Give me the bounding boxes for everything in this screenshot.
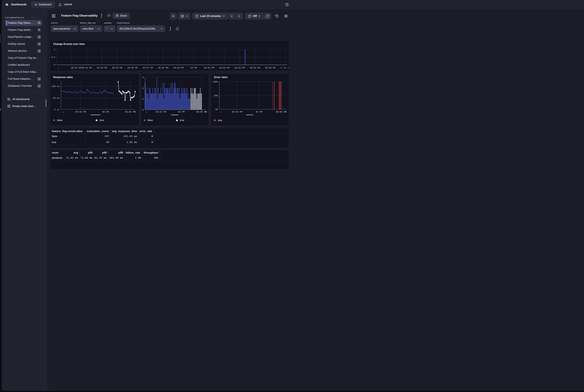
- svg-text:→: →: [284, 66, 286, 69]
- svg-text:06:05 PM: 06:05 PM: [265, 67, 275, 69]
- svg-text:4: 4: [142, 87, 144, 90]
- svg-text:05:59 PM: 05:59 PM: [174, 67, 184, 69]
- svg-text:50 ms: 50 ms: [53, 97, 60, 100]
- svg-text:100%: 100%: [213, 81, 218, 83]
- svg-text:05:52 PM: 05:52 PM: [71, 67, 81, 69]
- svg-text:0: 0: [142, 109, 144, 111]
- svg-text:2: 2: [142, 98, 144, 100]
- svg-text:0%: 0%: [216, 108, 218, 111]
- svg-text:05:55 PM: 05:55 PM: [232, 111, 242, 113]
- svg-text:→: →: [204, 110, 207, 113]
- svg-text:05:53 PM: 05:53 PM: [82, 67, 92, 69]
- svg-text:0 ns: 0 ns: [54, 108, 60, 111]
- svg-text:0: 0: [54, 64, 55, 66]
- svg-text:0.5: 0.5: [52, 56, 55, 58]
- svg-text:05:54 PM: 05:54 PM: [97, 67, 107, 69]
- svg-text:05:55 PM: 05:55 PM: [156, 111, 166, 113]
- svg-text:05:57 PM: 05:57 PM: [143, 67, 153, 69]
- svg-text:→: →: [134, 110, 136, 113]
- svg-text:←: ←: [62, 110, 65, 113]
- svg-text:1: 1: [54, 48, 55, 51]
- svg-text:05:55 PM: 05:55 PM: [76, 111, 86, 113]
- svg-text:06 PM: 06 PM: [102, 111, 109, 113]
- svg-text:50%: 50%: [214, 94, 218, 97]
- svg-text:←: ←: [57, 66, 60, 69]
- svg-text:06 PM: 06 PM: [178, 111, 185, 113]
- svg-text:05:56 PM: 05:56 PM: [127, 67, 138, 69]
- svg-text:6: 6: [142, 76, 144, 79]
- svg-text:06:03 PM: 06:03 PM: [234, 67, 245, 69]
- svg-text:100 ms: 100 ms: [52, 85, 60, 88]
- svg-text:06 PM: 06 PM: [256, 111, 262, 113]
- svg-text:06:04 PM: 06:04 PM: [250, 67, 260, 69]
- svg-text:06:02 PM: 06:02 PM: [219, 67, 229, 69]
- svg-text:05:55 PM: 05:55 PM: [112, 67, 122, 69]
- svg-text:←: ←: [146, 110, 148, 113]
- svg-text:06:01 PM: 06:01 PM: [204, 67, 214, 69]
- svg-text:←: ←: [220, 110, 223, 113]
- svg-text:06 PM: 06 PM: [190, 67, 197, 69]
- svg-text:→: →: [284, 110, 287, 113]
- svg-text:05:58 PM: 05:58 PM: [158, 67, 168, 69]
